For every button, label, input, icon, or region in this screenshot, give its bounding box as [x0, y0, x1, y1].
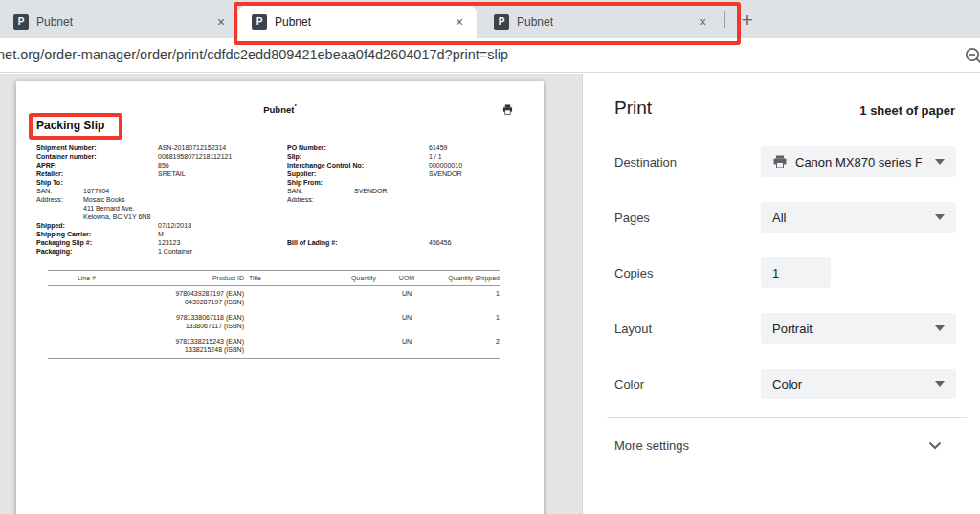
- url-bar[interactable]: net.org/order-manager/order/print/cdfdc2…: [0, 38, 980, 73]
- items-table-body: 9780439287197 (EAN) 0439287197 (ISBN) UN…: [48, 286, 500, 358]
- field-row: [287, 204, 526, 212]
- destination-value: Canon MX870 series F: [795, 155, 922, 169]
- product-isbn: 0439287197 (ISBN): [105, 299, 244, 305]
- layout-label: Layout: [614, 322, 761, 336]
- chevron-down-icon: [935, 325, 945, 331]
- qty-shipped-value: 1: [404, 290, 500, 297]
- table-row: 9781338067118 (EAN) 1338067117 (ISBN) UN…: [48, 310, 500, 334]
- panel-title: Print: [614, 98, 652, 119]
- color-value: Color: [772, 377, 802, 391]
- printer-icon: [502, 104, 513, 116]
- field-row: Shipped:07/12/2018: [36, 221, 283, 230]
- field-label: Interchange Control No:: [287, 161, 429, 169]
- field-value: 61459: [429, 145, 447, 151]
- color-dropdown[interactable]: Color: [761, 369, 956, 399]
- url-text[interactable]: net.org/order-manager/order/print/cdfdc2…: [0, 47, 508, 62]
- chevron-down-icon: [935, 214, 945, 220]
- browser-window: P Pubnet × P Pubnet × P Pubnet × + net.o…: [0, 0, 980, 514]
- more-settings-button[interactable]: More settings: [614, 430, 956, 460]
- field-row: Supplier:SVENDOR: [287, 169, 526, 178]
- field-row: Container number:00881958071218112121: [36, 152, 283, 161]
- tab-pubnet-3[interactable]: P Pubnet ×: [480, 6, 720, 38]
- field-row: Ship From:: [287, 178, 526, 187]
- doc-brand-text: Pubnet: [263, 104, 294, 115]
- field-row: PO Number:61459: [287, 144, 526, 152]
- field-row: APRF:856: [36, 161, 283, 169]
- pubnet-favicon-icon: P: [252, 14, 267, 30]
- more-settings-label: More settings: [614, 438, 689, 453]
- zoom-out-icon[interactable]: [964, 46, 980, 71]
- field-row: Address:: [287, 195, 526, 204]
- field-row: SAN:SVENDOR: [287, 187, 526, 195]
- tab-pubnet-2[interactable]: P Pubnet ×: [238, 6, 477, 38]
- tab-label: Pubnet: [275, 15, 311, 29]
- printer-icon: [772, 154, 788, 169]
- field-value: Kelowna, BC V1Y 6N8: [83, 213, 150, 220]
- field-label: Retailer:: [36, 169, 158, 178]
- sheets-count: 1 sheet of paper: [859, 103, 955, 118]
- field-value: 856: [158, 162, 169, 168]
- field-value: SVENDOR: [354, 188, 388, 194]
- tab-label: Pubnet: [517, 15, 553, 29]
- field-row: Kelowna, BC V1Y 6N8: [36, 212, 283, 221]
- doc-title: Packing Slip: [36, 119, 104, 132]
- pages-dropdown[interactable]: All: [761, 202, 956, 233]
- field-row: Slip:1 / 1: [287, 152, 526, 161]
- content-area: Pubnet* Packing Slip: [0, 74, 980, 514]
- table-row: 9780439287197 (EAN) 0439287197 (ISBN) UN…: [48, 286, 500, 310]
- field-row: Packaging Slip #:123123: [36, 238, 283, 247]
- color-row: Color Color: [614, 369, 956, 399]
- field-row: Shipment Number:ASN-20180712152314: [36, 144, 283, 152]
- tab-bar: P Pubnet × P Pubnet × P Pubnet × +: [0, 0, 980, 38]
- field-value: SVENDOR: [429, 170, 462, 177]
- doc-brand: Pubnet*: [16, 104, 544, 115]
- col-header-product: Product ID: [163, 275, 244, 281]
- field-value: Mosaic Books: [83, 196, 125, 203]
- field-row: [287, 221, 526, 230]
- col-header-shipped: Quantity Shipped: [385, 275, 500, 281]
- copies-row: Copies: [614, 257, 956, 288]
- product-ean: 9780439287197 (EAN): [105, 290, 244, 297]
- items-table-header: Line # Product ID Title Quantity UOM Qua…: [48, 271, 500, 286]
- field-row: SAN:1677004: [36, 187, 283, 195]
- color-label: Color: [614, 377, 761, 391]
- field-label: Ship From:: [287, 178, 429, 187]
- field-value: 1677004: [83, 188, 109, 194]
- pages-label: Pages: [614, 211, 761, 225]
- field-value: 456456: [429, 239, 451, 246]
- tab-close-icon[interactable]: ×: [452, 14, 467, 30]
- field-label: Ship To:: [36, 178, 158, 187]
- product-isbn: 1338067117 (ISBN): [105, 323, 244, 329]
- field-label: Packaging Slip #:: [36, 238, 158, 247]
- doc-fields-right: PO Number:61459 Slip:1 / 1 Interchange C…: [287, 144, 526, 247]
- copies-label: Copies: [614, 266, 761, 280]
- layout-dropdown[interactable]: Portrait: [761, 313, 956, 344]
- field-label: Address:: [287, 195, 354, 204]
- pubnet-favicon-icon: P: [494, 14, 509, 30]
- field-row: 411 Bernard Ave.: [36, 204, 283, 212]
- print-settings-panel: Print 1 sheet of paper Destination Canon…: [582, 74, 980, 514]
- field-value: 411 Bernard Ave.: [83, 205, 134, 212]
- field-value: 00881958071218112121: [158, 153, 232, 160]
- destination-dropdown[interactable]: Canon MX870 series F: [761, 146, 956, 177]
- qty-shipped-value: 2: [404, 338, 500, 345]
- tab-close-icon[interactable]: ×: [695, 14, 710, 30]
- field-label: Supplier:: [287, 169, 429, 178]
- field-value: ASN-20180712152314: [158, 145, 226, 151]
- field-label: SAN:: [36, 187, 83, 195]
- tab-close-icon[interactable]: ×: [213, 14, 229, 30]
- destination-row: Destination Canon MX870 series F: [614, 146, 956, 177]
- tab-label: Pubnet: [36, 15, 73, 29]
- field-row: Retailer:SRETAIL: [36, 169, 283, 178]
- field-label: APRF:: [36, 161, 158, 169]
- tab-pubnet-1[interactable]: P Pubnet ×: [0, 6, 238, 38]
- field-row: Address:Mosaic Books: [36, 195, 283, 204]
- new-tab-button[interactable]: +: [735, 8, 760, 33]
- field-label: Shipped:: [36, 221, 158, 230]
- field-label: Bill of Lading #:: [287, 238, 429, 247]
- layout-value: Portrait: [772, 322, 813, 336]
- tab-separator: [724, 11, 725, 28]
- panel-divider: [607, 417, 967, 418]
- field-row: Ship To:: [36, 178, 283, 187]
- copies-input[interactable]: [761, 257, 831, 288]
